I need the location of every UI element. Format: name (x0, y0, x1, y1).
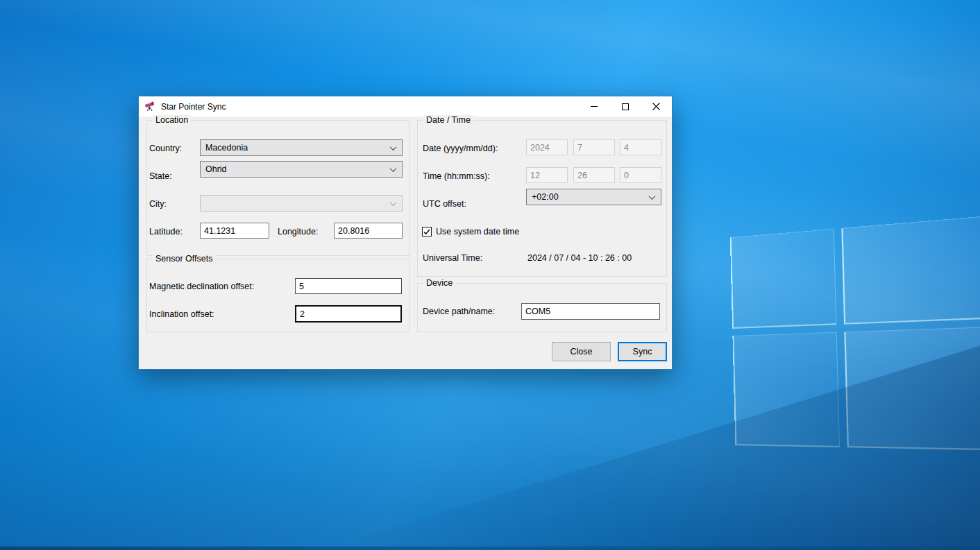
state-label: State: (149, 171, 172, 181)
sync-button[interactable]: Sync (618, 342, 667, 361)
time-label: Time (hh:mm:ss): (423, 171, 490, 181)
device-group-label: Device (423, 278, 455, 288)
state-combobox[interactable]: Ohrid (200, 161, 403, 178)
window-controls (578, 96, 672, 117)
city-label: City: (149, 199, 167, 209)
dialog-client-area: Location Country: Macedonia State: Ohrid… (139, 117, 672, 369)
longitude-input[interactable] (334, 223, 403, 239)
checkbox-checked[interactable] (422, 227, 432, 237)
universal-time-label: Universal Time: (423, 253, 482, 263)
chevron-down-icon (390, 165, 397, 172)
longitude-label: Longitude: (278, 227, 318, 237)
latitude-input[interactable] (200, 223, 269, 239)
time-second-input (620, 167, 661, 183)
date-year-input (526, 139, 568, 155)
utc-offset-value: +02:00 (532, 192, 559, 202)
magnetic-declination-input[interactable] (295, 278, 402, 294)
window-title: Star Pointer Sync (161, 102, 226, 112)
date-label: Date (yyyy/mm/dd): (423, 144, 498, 153)
utc-offset-label: UTC offset: (423, 199, 466, 209)
city-combobox (200, 195, 403, 212)
close-icon (652, 103, 660, 110)
device-path-input[interactable] (521, 303, 660, 320)
utc-offset-combobox[interactable]: +02:00 (526, 189, 661, 205)
sensor-offsets-group-label: Sensor Offsets (153, 254, 215, 264)
maximize-icon (622, 103, 629, 110)
country-label: Country: (149, 144, 182, 153)
inclination-offset-label: Inclination offset: (149, 309, 214, 319)
magnetic-declination-label: Magnetic declination offset: (149, 282, 254, 291)
star-pointer-sync-window: Star Pointer Sync Location C (138, 96, 673, 370)
use-system-datetime-checkbox-row[interactable]: Use system date time (422, 227, 519, 237)
date-time-group-label: Date / Time (423, 115, 473, 125)
title-bar[interactable]: Star Pointer Sync (139, 96, 672, 117)
time-hour-input (526, 167, 568, 183)
location-group-label: Location (153, 115, 191, 125)
date-day-input (620, 139, 661, 155)
chevron-down-icon (390, 144, 397, 151)
desktop-wallpaper: Star Pointer Sync Location C (0, 0, 980, 550)
wallpaper-bottom-edge (0, 547, 980, 550)
time-minute-input (573, 167, 615, 183)
close-dialog-button[interactable]: Close (552, 342, 611, 361)
chevron-down-icon (649, 193, 656, 200)
universal-time-value: 2024 / 07 / 04 - 10 : 26 : 00 (527, 253, 632, 263)
state-value: Ohrid (205, 164, 227, 174)
minimize-button[interactable] (578, 96, 609, 117)
device-path-label: Device path/name: (423, 307, 495, 316)
latitude-label: Latitude: (149, 227, 183, 237)
check-icon (423, 229, 430, 235)
chevron-down-icon (390, 199, 397, 206)
country-value: Macedonia (205, 143, 248, 153)
inclination-offset-input[interactable] (295, 305, 402, 323)
country-combobox[interactable]: Macedonia (200, 139, 403, 156)
telescope-icon (144, 101, 156, 112)
date-month-input (573, 139, 615, 155)
close-button[interactable] (641, 96, 672, 117)
use-system-datetime-label: Use system date time (436, 227, 519, 237)
minimize-icon (591, 106, 598, 107)
maximize-button[interactable] (609, 96, 641, 117)
